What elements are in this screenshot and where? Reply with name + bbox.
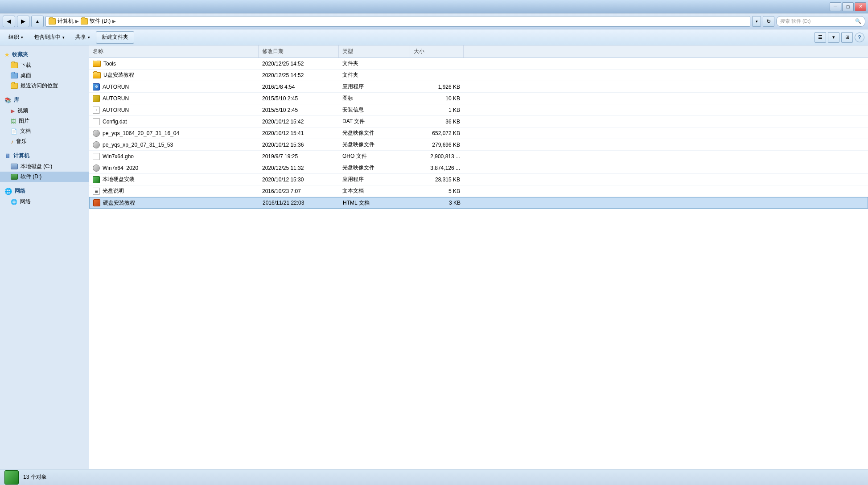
drive-d-icon — [11, 174, 18, 180]
table-row[interactable]: i AUTORUN 2015/5/10 2:45 安装信息 1 KB — [89, 104, 868, 116]
table-row[interactable]: 硬盘安装教程 2016/11/21 22:03 HTML 文档 3 KB — [89, 197, 868, 209]
table-row[interactable]: pe_yqs_xp_20_07_31_15_53 2020/10/12 15:3… — [89, 139, 868, 151]
sidebar: ★ 收藏夹 下载 桌面 最近访问的位置 📚 库 ▶ — [0, 45, 89, 469]
file-name-cell: Win7x64_2020 — [89, 164, 259, 172]
search-placeholder: 搜索 软件 (D:) — [780, 18, 810, 25]
maximize-button[interactable]: □ — [842, 2, 854, 11]
file-modified: 2020/10/12 15:41 — [259, 130, 339, 136]
preview-button[interactable]: ⊞ — [841, 32, 853, 43]
col-type[interactable]: 类型 — [339, 45, 410, 58]
address-path[interactable]: 计算机 ▶ 软件 (D:) ▶ — [45, 16, 750, 27]
gho-icon — [93, 153, 100, 160]
sidebar-item-image[interactable]: 🖼 图片 — [0, 116, 89, 126]
file-size: 1 KB — [410, 107, 464, 113]
file-name-cell: i AUTORUN — [89, 107, 259, 114]
sidebar-item-desktop[interactable]: 桌面 — [0, 70, 89, 81]
include-library-button[interactable]: 包含到库中 ▾ — [29, 31, 70, 44]
search-box[interactable]: 搜索 软件 (D:) 🔍 — [776, 16, 865, 27]
view-dropdown[interactable]: ▾ — [828, 32, 839, 43]
file-name-cell: Config.dat — [89, 118, 259, 125]
path-computer: 计算机 — [58, 17, 74, 25]
inf-icon: i — [93, 107, 100, 114]
file-size: 1,926 KB — [410, 84, 464, 90]
column-headers: 名称 修改日期 类型 大小 — [89, 45, 868, 58]
view-button[interactable]: ☰ — [815, 32, 826, 43]
dat-icon — [93, 118, 100, 125]
network-header: 🌐 网络 — [0, 185, 89, 197]
sidebar-item-doc[interactable]: 📄 文档 — [0, 126, 89, 136]
computer-label: 计算机 — [13, 152, 29, 160]
path-drive-icon — [81, 18, 88, 25]
path-drive: 软件 (D:) — [90, 17, 111, 25]
file-name: U盘安装教程 — [103, 71, 134, 79]
sidebar-item-music[interactable]: ♪ 音乐 — [0, 136, 89, 147]
table-row[interactable]: ≡ 光盘说明 2016/10/23 7:07 文本文档 5 KB — [89, 185, 868, 197]
col-modified[interactable]: 修改日期 — [259, 45, 339, 58]
minimize-button[interactable]: ─ — [830, 2, 841, 11]
sidebar-item-download[interactable]: 下载 — [0, 60, 89, 70]
sidebar-item-drive-d[interactable]: 软件 (D:) — [0, 172, 89, 182]
file-size: 3 KB — [411, 200, 464, 206]
app-green-icon — [93, 176, 100, 183]
network-section: 🌐 网络 🌐 网络 — [0, 185, 89, 207]
ico-icon — [93, 95, 100, 102]
file-name-cell: ⚙ AUTORUN — [89, 83, 259, 90]
forward-button[interactable]: ▶ — [17, 16, 29, 27]
file-size: 279,696 KB — [410, 142, 464, 148]
file-name: pe_yqs_xp_20_07_31_15_53 — [103, 142, 173, 148]
title-bar: ─ □ ✕ — [0, 0, 868, 13]
back-button[interactable]: ◀ — [3, 16, 15, 27]
table-row[interactable]: AUTORUN 2015/5/10 2:45 图标 10 KB — [89, 93, 868, 104]
app-icon: ⚙ — [93, 83, 100, 90]
table-row[interactable]: 本地硬盘安装 2020/10/12 15:30 应用程序 28,315 KB — [89, 174, 868, 185]
close-button[interactable]: ✕ — [855, 2, 866, 11]
favorites-section: ★ 收藏夹 下载 桌面 最近访问的位置 — [0, 49, 89, 91]
file-name: AUTORUN — [103, 107, 129, 113]
table-row[interactable]: U盘安装教程 2020/12/25 14:52 文件夹 — [89, 70, 868, 81]
help-button[interactable]: ? — [855, 33, 864, 42]
file-name-cell: 硬盘安装教程 — [90, 199, 259, 207]
video-label: 视频 — [17, 107, 28, 115]
recent-label: 最近访问的位置 — [21, 82, 58, 90]
file-name: AUTORUN — [103, 95, 129, 102]
refresh-button[interactable]: ↻ — [763, 16, 774, 27]
sidebar-item-drive-c[interactable]: 本地磁盘 (C:) — [0, 161, 89, 172]
table-row[interactable]: ⚙ AUTORUN 2016/1/8 4:54 应用程序 1,926 KB — [89, 81, 868, 93]
file-modified: 2020/12/25 14:52 — [259, 61, 339, 67]
sidebar-item-recent[interactable]: 最近访问的位置 — [0, 81, 89, 91]
file-size: 28,315 KB — [410, 177, 464, 183]
up-button[interactable]: ▲ — [31, 16, 44, 27]
sidebar-item-network[interactable]: 🌐 网络 — [0, 197, 89, 207]
recent-folder-icon — [11, 83, 18, 89]
table-row[interactable]: Win7x64.gho 2019/9/7 19:25 GHO 文件 2,900,… — [89, 151, 868, 162]
favorites-header: ★ 收藏夹 — [0, 49, 89, 60]
table-row[interactable]: Win7x64_2020 2020/12/25 11:32 光盘映像文件 3,8… — [89, 162, 868, 174]
sidebar-item-video[interactable]: ▶ 视频 — [0, 106, 89, 116]
html-icon — [93, 199, 100, 206]
drive-c-label: 本地磁盘 (C:) — [21, 163, 52, 170]
path-computer-icon — [49, 18, 56, 25]
file-size: 2,900,813 ... — [410, 153, 464, 160]
new-folder-button[interactable]: 新建文件夹 — [96, 31, 134, 44]
col-name[interactable]: 名称 — [89, 45, 259, 58]
drive-d-label: 软件 (D:) — [21, 173, 41, 181]
file-name-cell: Tools — [89, 61, 259, 67]
table-row[interactable]: Tools 2020/12/25 14:52 文件夹 — [89, 58, 868, 70]
file-modified: 2016/10/23 7:07 — [259, 188, 339, 194]
file-type: 文本文档 — [339, 187, 410, 195]
video-icon: ▶ — [11, 108, 15, 114]
file-modified: 2020/10/12 15:42 — [259, 119, 339, 125]
file-name-cell: Win7x64.gho — [89, 153, 259, 160]
file-size: 5 KB — [410, 188, 464, 194]
file-name: Config.dat — [103, 119, 127, 125]
iso-icon — [93, 130, 100, 137]
organize-button[interactable]: 组织 ▾ — [4, 31, 28, 44]
table-row[interactable]: pe_yqs_1064_20_07_31_16_04 2020/10/12 15… — [89, 127, 868, 139]
address-dropdown[interactable]: ▾ — [752, 16, 761, 27]
include-library-label: 包含到库中 — [34, 33, 61, 41]
col-size[interactable]: 大小 — [410, 45, 464, 58]
toolbar: 组织 ▾ 包含到库中 ▾ 共享 ▾ 新建文件夹 ☰ ▾ ⊞ ? — [0, 29, 868, 45]
share-button[interactable]: 共享 ▾ — [70, 31, 95, 44]
table-row[interactable]: Config.dat 2020/10/12 15:42 DAT 文件 36 KB — [89, 116, 868, 127]
file-type: 图标 — [339, 95, 410, 102]
